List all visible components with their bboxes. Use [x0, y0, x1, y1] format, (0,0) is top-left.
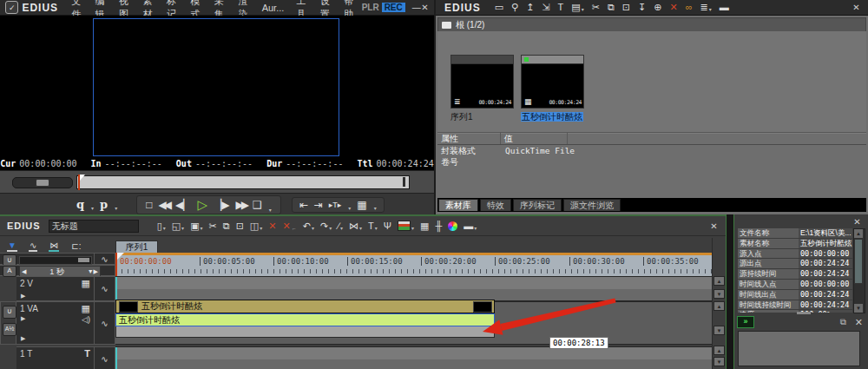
- bin-content[interactable]: ≣ 00:00:24:24 序列1 ▦ 00:00:24:24 五秒倒计时酷炫: [437, 31, 866, 132]
- color-wheel-icon[interactable]: ●: [448, 221, 457, 231]
- speaker-icon[interactable]: ◁): [82, 316, 90, 324]
- track-header-1t[interactable]: 1 T T ∿: [16, 346, 115, 369]
- panel-layout-icon[interactable]: ▬▾: [464, 221, 477, 231]
- paste-icon[interactable]: ⊡: [236, 221, 244, 231]
- video-mute-button[interactable]: ∪: [3, 306, 16, 319]
- razor-icon[interactable]: ∕▾: [338, 221, 343, 231]
- cut-icon[interactable]: ✂: [592, 3, 600, 12]
- stop-button[interactable]: □: [146, 199, 152, 211]
- tab-bin[interactable]: 素材库: [438, 199, 478, 211]
- scale-left-icon[interactable]: ◀: [22, 268, 26, 275]
- bin-item-clip[interactable]: ▦ 00:00:24:24 五秒倒计时酷炫: [521, 55, 584, 123]
- bin-item-sequence[interactable]: ≣ 00:00:24:24 序列1: [450, 55, 514, 123]
- add-to-bin-icon[interactable]: ⊕: [654, 3, 661, 12]
- scale-right-icon[interactable]: ▼▶: [88, 268, 98, 275]
- copy-icon[interactable]: ⧉: [223, 221, 230, 231]
- set-out-point-button[interactable]: p: [100, 198, 108, 211]
- scroll-down-button[interactable]: ▼: [713, 357, 725, 366]
- link-icon[interactable]: ∞: [686, 3, 693, 12]
- display-mode-button[interactable]: ❑: [253, 199, 262, 211]
- copy-icon[interactable]: ⧉: [608, 3, 615, 12]
- menu-aur[interactable]: Aur...: [256, 3, 291, 13]
- tab-source-browser[interactable]: 源文件浏览: [563, 199, 621, 211]
- goto-in-button[interactable]: ⇤: [299, 199, 308, 211]
- paste-icon[interactable]: ⊡: [622, 3, 630, 12]
- rec-mode-button[interactable]: REC: [382, 3, 405, 12]
- timeline-zoom-slider[interactable]: [19, 256, 92, 265]
- scroll-up-button[interactable]: ▲: [713, 276, 725, 286]
- audio-mute-button[interactable]: A½: [3, 323, 16, 336]
- display-mode-dropdown[interactable]: ▾: [269, 207, 272, 213]
- send-to-timeline-icon[interactable]: ↧: [638, 3, 646, 12]
- bin-close-button[interactable]: ✕: [850, 3, 863, 12]
- properties-icon[interactable]: ▬: [720, 3, 729, 12]
- title-tool-icon[interactable]: T▾: [368, 221, 378, 231]
- colorbars-icon[interactable]: ▤▾: [571, 3, 583, 12]
- delete-icon[interactable]: ✕: [669, 3, 677, 12]
- fast-forward-green-button[interactable]: »: [737, 316, 754, 328]
- bin-item-name[interactable]: 五秒倒计时酷炫: [521, 111, 584, 123]
- sequence-tab[interactable]: 序列1: [115, 241, 158, 254]
- timeline-close-button[interactable]: ✕: [707, 221, 720, 231]
- up-folder-icon[interactable]: ↥: [526, 3, 534, 12]
- scroll-up-button[interactable]: ▲: [713, 346, 725, 355]
- value-column-header[interactable]: 值: [501, 133, 568, 144]
- multicam-grid-icon[interactable]: ▦: [420, 221, 429, 231]
- undo-icon[interactable]: ↶▾: [303, 221, 314, 231]
- save-project-icon[interactable]: ▣▾: [190, 221, 202, 231]
- scroll-down-button[interactable]: ▼: [854, 304, 863, 313]
- property-column-header[interactable]: 属性: [437, 133, 501, 144]
- info-close-button[interactable]: ✕: [851, 217, 864, 227]
- track-header-2v[interactable]: 2 V ▦ ▶ ∿: [16, 276, 115, 301]
- view-mode-icon[interactable]: ≣▾: [700, 3, 712, 12]
- panel-drag-handle[interactable]: [797, 312, 811, 314]
- rubber-band-icon[interactable]: ∿: [94, 347, 115, 369]
- play-around-cursor-button[interactable]: ▸T▸: [329, 201, 342, 209]
- info-scrollbar[interactable]: ▲ ▼: [853, 228, 865, 313]
- transition-mode-icon[interactable]: ⋈: [49, 241, 59, 252]
- new-folder-icon[interactable]: ▭: [495, 3, 503, 12]
- previous-frame-button[interactable]: ◀▏: [175, 199, 191, 211]
- audio-rubber-band[interactable]: [115, 326, 495, 338]
- rubber-band-icon[interactable]: ∿: [94, 277, 115, 300]
- shuttle-thumb[interactable]: [36, 179, 49, 187]
- audio-clip[interactable]: 五秒倒计时酷炫: [115, 313, 495, 326]
- clear-icon[interactable]: ✕: [855, 318, 863, 327]
- audio-mixer-icon[interactable]: ╫: [435, 221, 442, 231]
- expand-track-icon[interactable]: ▶: [21, 315, 25, 322]
- rewind-button[interactable]: ◀◀: [158, 199, 168, 211]
- next-frame-button[interactable]: ▕▶: [214, 199, 229, 211]
- new-sequence-icon[interactable]: ▯▾: [157, 221, 166, 231]
- title-track-icon[interactable]: T: [84, 349, 90, 359]
- playhead[interactable]: [115, 253, 117, 276]
- zoom-slider-thumb[interactable]: [78, 258, 89, 262]
- sync-mode-icon[interactable]: ∿: [29, 241, 37, 252]
- project-name-field[interactable]: 无标题: [49, 220, 139, 233]
- scroll-up-button[interactable]: ▲: [713, 301, 725, 311]
- clip-properties-icon[interactable]: ⧉: [840, 318, 846, 326]
- open-project-icon[interactable]: ◱▾: [172, 221, 184, 231]
- fast-forward-button[interactable]: ▶▶: [235, 199, 246, 211]
- goto-out-button[interactable]: ⇥: [314, 199, 323, 211]
- seek-bar[interactable]: [76, 175, 410, 189]
- play-button[interactable]: ▷: [197, 197, 207, 213]
- track-header-1va[interactable]: 1 VA ▦ ▶ ◁) ▶ ∿: [16, 301, 115, 345]
- bin-item-name[interactable]: 序列1: [450, 111, 514, 123]
- scroll-down-button[interactable]: ▼: [713, 326, 725, 335]
- timeline-ruler[interactable]: 00:00:00:00 00:00:05:00 00:00:10:00 00:0…: [115, 253, 712, 276]
- tab-sequence-marker[interactable]: 序列标记: [513, 199, 562, 211]
- playhead-flag[interactable]: [117, 253, 124, 260]
- plr-mode-button[interactable]: PLR: [362, 3, 379, 12]
- ripple-delete-icon[interactable]: ✕: [268, 221, 276, 231]
- play-around-dropdown[interactable]: ▾: [348, 205, 351, 211]
- set-in-point-button[interactable]: q: [76, 198, 84, 211]
- app-logo-icon[interactable]: ✓: [5, 1, 18, 14]
- transition-icon[interactable]: ⋈▾: [349, 221, 362, 231]
- export-render-icon[interactable]: ▾: [398, 221, 414, 231]
- add-clip-icon[interactable]: ⇲: [542, 3, 549, 12]
- expand-handle-icon[interactable]: ∿: [94, 254, 115, 264]
- in-point-dropdown[interactable]: ▾: [91, 205, 94, 211]
- expand-track-icon[interactable]: ▶: [21, 293, 25, 300]
- insert-mode-icon[interactable]: ▼: [7, 241, 17, 252]
- bin-folder-bar[interactable]: 根 (1/2): [437, 17, 866, 32]
